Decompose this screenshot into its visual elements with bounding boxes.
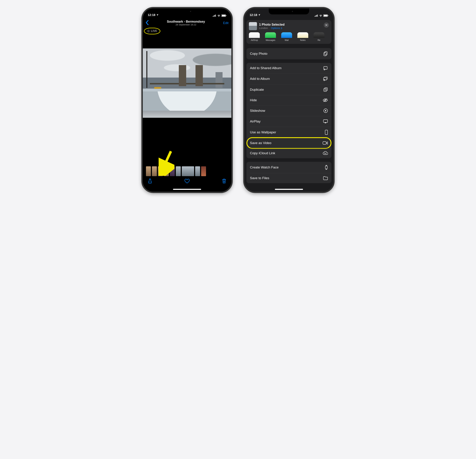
app-label: Messages	[266, 39, 275, 41]
app-label: AirDrop	[251, 39, 258, 41]
app-label: Re	[318, 39, 320, 41]
app-messages[interactable]: Messages	[265, 32, 276, 41]
thumbnail[interactable]	[176, 166, 181, 176]
action-label: Hide	[250, 98, 257, 102]
chevron-left-icon	[146, 20, 149, 25]
video-icon	[323, 141, 328, 145]
thumbnail[interactable]	[195, 166, 200, 176]
action-group: Copy Photo	[246, 48, 332, 59]
app-more[interactable]: Re	[314, 32, 324, 41]
play-circle-icon	[323, 108, 328, 113]
svg-rect-24	[325, 130, 328, 135]
bottom-toolbar	[143, 177, 231, 186]
thumbnail[interactable]	[201, 166, 206, 176]
svg-rect-1	[222, 15, 225, 16]
svg-rect-9	[328, 15, 328, 16]
app-label: Mail	[285, 39, 289, 41]
share-button[interactable]	[148, 178, 152, 185]
notch	[269, 8, 309, 14]
action-airplay[interactable]: AirPlay	[246, 116, 332, 127]
copy-icon	[323, 51, 328, 56]
delete-button[interactable]	[222, 179, 226, 184]
nav-title-group: Southwark - Bermondsey 28 September 16:2…	[167, 20, 205, 26]
share-options-button[interactable]: Options	[271, 26, 282, 30]
svg-rect-23	[323, 120, 328, 123]
edit-button[interactable]: Edit	[223, 21, 229, 25]
action-hide[interactable]: Hide	[246, 95, 332, 105]
action-label: Copy Photo	[250, 52, 267, 56]
notch	[167, 8, 207, 14]
thumbnail[interactable]	[146, 166, 151, 176]
live-badge[interactable]: LIVE	[146, 29, 159, 33]
svg-point-14	[324, 69, 325, 69]
app-airdrop[interactable]: AirDrop	[249, 32, 260, 41]
photo-area[interactable]	[143, 34, 231, 132]
share-title: 1 Photo Selected	[259, 23, 285, 26]
hide-icon	[323, 98, 328, 102]
trash-icon	[222, 179, 226, 184]
status-time: 12:18	[148, 13, 159, 17]
action-add-album[interactable]: Add to Album	[246, 73, 332, 84]
close-button[interactable]	[324, 23, 329, 28]
action-label: AirPlay	[250, 120, 261, 123]
action-copy-photo[interactable]: Copy Photo	[246, 48, 332, 59]
app-notes[interactable]: Notes	[297, 32, 308, 41]
thumbnail[interactable]	[152, 166, 157, 176]
action-group: Create Watch Face Save to Files	[246, 162, 332, 183]
watch-icon	[325, 165, 328, 170]
wifi-icon	[217, 14, 221, 17]
thumbnail[interactable]	[158, 166, 163, 176]
duplicate-icon	[323, 87, 328, 92]
phone-right: 12:18 1 Photo Selected London Options	[243, 7, 335, 193]
share-actions: Copy Photo Add to Shared Album Add to Al…	[246, 48, 332, 183]
thumbnail[interactable]	[170, 166, 175, 176]
thumbnail-strip[interactable]	[143, 166, 231, 176]
back-button[interactable]	[146, 20, 149, 26]
thumbnail[interactable]	[164, 166, 169, 176]
photo-subtitle: 28 September 16:22	[167, 24, 205, 26]
app-mail[interactable]: Mail	[281, 32, 292, 41]
album-icon	[323, 76, 328, 81]
battery-icon	[221, 14, 226, 17]
status-time: 12:18	[250, 13, 261, 17]
photo-title: Southwark - Bermondsey	[167, 20, 205, 24]
close-icon	[325, 24, 328, 26]
action-copy-icloud-link[interactable]: Copy iCloud Link	[246, 148, 332, 158]
home-indicator[interactable]	[275, 189, 303, 190]
phone-left: 12:18 Southwark - Bermondsey 28 Septembe…	[141, 7, 233, 193]
svg-rect-8	[324, 15, 327, 16]
location-icon	[156, 14, 159, 16]
action-label: Use as Wallpaper	[250, 130, 276, 134]
action-label: Add to Album	[250, 77, 270, 81]
share-header: 1 Photo Selected London Options	[246, 20, 332, 32]
live-row: LIVE	[143, 28, 231, 34]
svg-rect-10	[325, 52, 327, 55]
svg-rect-25	[323, 142, 326, 144]
share-location: London	[259, 26, 268, 30]
action-label: Copy iCloud Link	[250, 151, 275, 155]
action-label: Slideshow	[250, 109, 265, 113]
action-wallpaper[interactable]: Use as Wallpaper	[246, 127, 332, 138]
screen-right: 12:18 1 Photo Selected London Options	[245, 8, 333, 192]
favorite-button[interactable]	[184, 179, 190, 184]
nav-bar: Southwark - Bermondsey 28 September 16:2…	[143, 17, 231, 28]
action-create-watch-face[interactable]: Create Watch Face	[246, 162, 332, 173]
action-label: Duplicate	[250, 88, 264, 92]
action-duplicate[interactable]: Duplicate	[246, 84, 332, 95]
action-group: Add to Shared Album Add to Album Duplica…	[246, 63, 332, 158]
action-save-as-video[interactable]: Save as Video	[246, 138, 332, 148]
shared-album-icon	[323, 66, 328, 70]
thumbnail-current[interactable]	[182, 166, 194, 176]
home-indicator[interactable]	[173, 189, 201, 190]
action-label: Add to Shared Album	[250, 66, 281, 70]
action-save-to-files[interactable]: Save to Files	[246, 173, 332, 183]
action-slideshow[interactable]: Slideshow	[246, 105, 332, 116]
chevron-right-icon	[281, 27, 282, 29]
action-label: Create Watch Face	[250, 165, 279, 169]
app-label: Notes	[300, 39, 306, 41]
share-apps-row[interactable]: AirDrop Messages Mail Notes Re	[246, 32, 332, 44]
wifi-icon	[319, 14, 322, 17]
photo-image	[143, 49, 231, 118]
action-add-shared-album[interactable]: Add to Shared Album	[246, 63, 332, 73]
svg-rect-11	[324, 52, 326, 56]
